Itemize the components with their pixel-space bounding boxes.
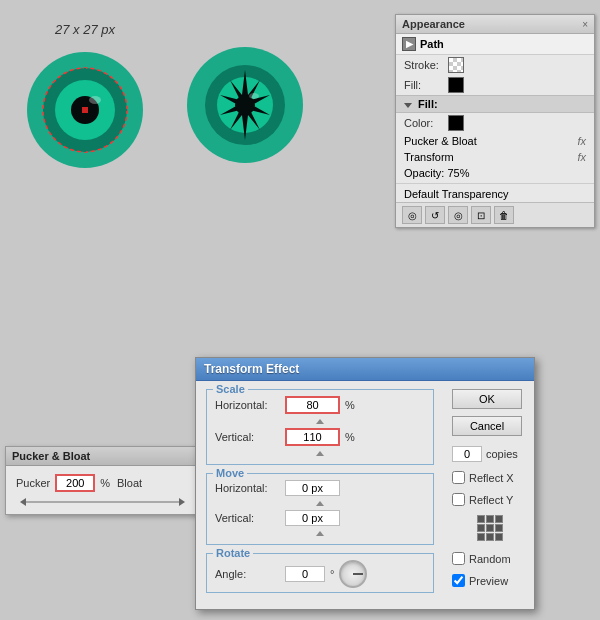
toolbar-btn-1[interactable]: ◎ (402, 206, 422, 224)
default-transparency-row: Default Transparency (396, 186, 594, 202)
angle-dial[interactable] (339, 560, 367, 588)
pucker-bloat-dialog: Pucker & Bloat Pucker % Bloat (5, 446, 200, 515)
transform-left-panel: Scale Horizontal: % Vertical: % (196, 381, 444, 609)
preview-label: Preview (469, 575, 508, 587)
bloat-label: Bloat (117, 477, 142, 489)
move-h-row: Horizontal: (215, 480, 425, 496)
pucker-value-input[interactable] (55, 474, 95, 492)
toolbar-btn-4[interactable]: ⊡ (471, 206, 491, 224)
appearance-titlebar: Appearance × (396, 15, 594, 34)
copies-input[interactable] (452, 446, 482, 462)
move-h-up-icon[interactable] (316, 501, 324, 506)
pucker-bloat-row[interactable]: Pucker & Bloat fx (396, 133, 594, 149)
reflect-x-checkbox[interactable] (452, 471, 465, 484)
reflect-y-row: Reflect Y (452, 493, 526, 506)
grid-cell-7 (477, 533, 485, 541)
transform-grid-icon[interactable] (477, 515, 501, 539)
scale-v-input[interactable] (285, 428, 340, 446)
eye-left (20, 40, 150, 170)
pucker-percent: % (100, 477, 110, 489)
scale-h-up-icon[interactable] (316, 419, 324, 424)
random-row: Random (452, 552, 526, 565)
angle-input[interactable] (285, 566, 325, 582)
path-row: ▶ Path (396, 34, 594, 55)
color-label: Color: (404, 117, 442, 129)
rotate-section: Rotate Angle: ° (206, 553, 434, 593)
copies-label: copies (486, 448, 518, 460)
reflect-x-label: Reflect X (469, 472, 514, 484)
color-row: Color: (396, 113, 594, 133)
panel-toolbar: ◎ ↺ ◎ ⊡ 🗑 (396, 202, 594, 227)
pucker-bloat-content: Pucker % Bloat (6, 466, 199, 514)
angle-row: Angle: ° (215, 560, 425, 588)
move-h-input[interactable] (285, 480, 340, 496)
grid-cell-2 (486, 515, 494, 523)
copies-row: copies (452, 446, 526, 462)
canvas-area: 27 x 27 px (0, 0, 370, 270)
stroke-row: Stroke: (396, 55, 594, 75)
scale-h-slider (215, 419, 425, 424)
toolbar-btn-2[interactable]: ↺ (425, 206, 445, 224)
stroke-label: Stroke: (404, 59, 442, 71)
fill-swatch[interactable] (448, 77, 464, 93)
move-v-slider (215, 531, 425, 536)
fill-triangle-icon (404, 103, 412, 108)
pucker-slider-row (16, 498, 189, 506)
stroke-swatch[interactable] (448, 57, 464, 73)
random-checkbox[interactable] (452, 552, 465, 565)
random-label: Random (469, 553, 511, 565)
grid-cell-3 (495, 515, 503, 523)
toolbar-btn-delete[interactable]: 🗑 (494, 206, 514, 224)
grid-cell-1 (477, 515, 485, 523)
scale-h-input[interactable] (285, 396, 340, 414)
fill-row: Fill: (396, 75, 594, 95)
move-h-slider (215, 501, 425, 506)
scale-v-up-icon[interactable] (316, 451, 324, 456)
color-swatch[interactable] (448, 115, 464, 131)
rotate-legend: Rotate (213, 547, 253, 559)
angle-label: Angle: (215, 568, 280, 580)
slider-right-icon[interactable] (179, 498, 185, 506)
close-icon[interactable]: × (582, 19, 588, 30)
move-legend: Move (213, 467, 247, 479)
path-icon: ▶ (402, 37, 416, 51)
scale-section: Scale Horizontal: % Vertical: % (206, 389, 434, 465)
path-label: Path (420, 38, 444, 50)
preview-row: Preview (452, 574, 526, 587)
scale-v-unit: % (345, 431, 355, 443)
pucker-fx-icon[interactable]: fx (577, 135, 586, 147)
grid-cell-4 (477, 524, 485, 532)
fill-section-label: Fill: (418, 98, 438, 110)
pucker-slider[interactable] (26, 501, 179, 503)
move-v-up-icon[interactable] (316, 531, 324, 536)
transform-effect-dialog: Transform Effect Scale Horizontal: % Ver… (195, 357, 535, 610)
transform-row[interactable]: Transform fx (396, 149, 594, 165)
toolbar-btn-3[interactable]: ◎ (448, 206, 468, 224)
angle-unit: ° (330, 568, 334, 580)
ok-button[interactable]: OK (452, 389, 522, 409)
grid-cell-5 (486, 524, 494, 532)
scale-h-row: Horizontal: % (215, 396, 425, 414)
pucker-bloat-titlebar: Pucker & Bloat (6, 447, 199, 466)
move-v-row: Vertical: (215, 510, 425, 526)
transform-right-panel: OK Cancel copies Reflect X Reflect Y (444, 381, 534, 609)
transform-titlebar: Transform Effect (196, 358, 534, 381)
transform-fx-icon[interactable]: fx (577, 151, 586, 163)
reflect-y-checkbox[interactable] (452, 493, 465, 506)
svg-point-4 (89, 96, 101, 104)
appearance-title: Appearance (402, 18, 465, 30)
transform-label: Transform (404, 151, 454, 163)
move-h-label: Horizontal: (215, 482, 280, 494)
fill-section-header: Fill: (396, 95, 594, 113)
transform-body: Scale Horizontal: % Vertical: % (196, 381, 534, 609)
cancel-button[interactable]: Cancel (452, 416, 522, 436)
scale-v-row: Vertical: % (215, 428, 425, 446)
eye-right (180, 40, 310, 170)
panel-separator (396, 183, 594, 184)
move-v-input[interactable] (285, 510, 340, 526)
pucker-bloat-label: Pucker & Bloat (404, 135, 477, 147)
preview-checkbox[interactable] (452, 574, 465, 587)
svg-point-16 (249, 93, 259, 99)
eye-container (20, 40, 310, 170)
opacity-row: Opacity: 75% (396, 165, 594, 181)
